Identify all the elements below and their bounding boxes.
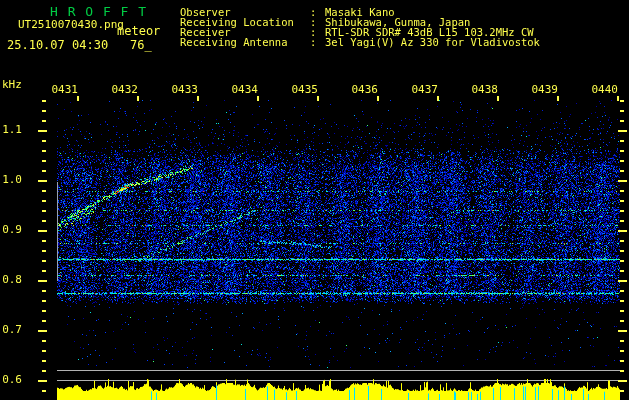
hrofft-screen: H R O F F T UT2510070430.png meteor 25.1… [0, 0, 629, 400]
time-tick-label: 0440 [590, 84, 618, 95]
capture-datetime: 25.10.07 04:30 [7, 39, 108, 51]
freq-tick-label: 1.1 [2, 124, 22, 135]
freq-axis-unit: kHz [2, 79, 22, 90]
time-tick-label: 0439 [530, 84, 558, 95]
time-tick-label: 0435 [290, 84, 318, 95]
meta-label: Receiving Antenna [180, 37, 310, 47]
time-tick-label: 0438 [470, 84, 498, 95]
meta-value: 3el Yagi(V) Az 330 for Vladivostok [325, 37, 540, 47]
capture-filename: UT2510070430.png [18, 19, 124, 30]
freq-tick-label: 0.6 [2, 374, 22, 385]
freq-tick-label: 0.8 [2, 274, 22, 285]
time-tick-label: 0436 [350, 84, 378, 95]
meta-colon: : [310, 37, 325, 47]
freq-tick-label: 1.0 [2, 174, 22, 185]
time-tick-label: 0437 [410, 84, 438, 95]
app-title: H R O F F T [50, 5, 147, 18]
meta-row-antenna: Receiving Antenna:3el Yagi(V) Az 330 for… [180, 37, 540, 47]
time-tick-label: 0432 [110, 84, 138, 95]
time-tick-label: 0434 [230, 84, 258, 95]
time-tick-label: 0433 [170, 84, 198, 95]
freq-tick-label: 0.9 [2, 224, 22, 235]
spectrogram-canvas [0, 0, 629, 400]
time-tick-label: 0431 [50, 84, 78, 95]
station-name: meteor [117, 25, 160, 37]
freq-tick-label: 0.7 [2, 324, 22, 335]
metadata-block: Observer:Masaki Kano Receiving Location:… [180, 7, 540, 47]
noise-level-value: 76_ [130, 39, 152, 51]
